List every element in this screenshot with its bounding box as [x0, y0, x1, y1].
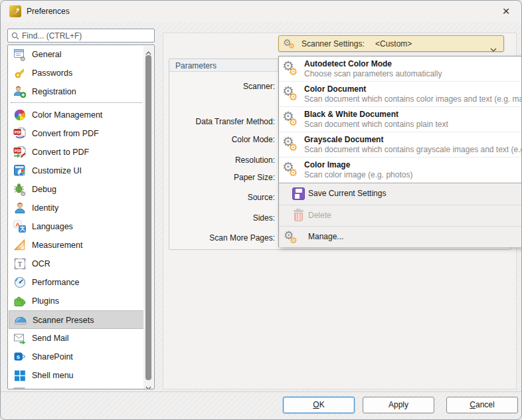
menu-item-color-image[interactable]: ⚙⚙ Color Image Scan color image (e.g. ph… — [279, 158, 522, 183]
color-wheel-icon — [13, 108, 27, 122]
translate-icon: A — [13, 220, 27, 233]
gears-icon: ⚙⚙ — [282, 110, 302, 130]
sidebar-item-send-mail[interactable]: Send Mail — [9, 329, 145, 348]
gears-icon: ⚙⚙ — [282, 84, 302, 104]
mail-icon — [13, 332, 27, 345]
general-icon: ⚙ — [13, 48, 27, 61]
person-icon — [13, 201, 27, 215]
menu-item-save-current-settings[interactable]: Save Current Settings — [279, 183, 522, 205]
ocr-icon: T — [13, 257, 27, 270]
sidebar-item-performance[interactable]: Performance — [9, 273, 145, 292]
sidebar-item-customize-ui[interactable]: Customize UI — [9, 161, 145, 180]
ok-button[interactable]: OK — [283, 397, 355, 413]
scanner-field-label: Scanner: — [142, 82, 275, 91]
gears-icon: ⚙⚙ — [284, 230, 301, 246]
search-input[interactable] — [22, 30, 152, 41]
partial-next-item-icon — [13, 387, 25, 389]
sidebar-item-identity[interactable]: Identity — [9, 199, 145, 217]
chevron-down-icon — [490, 43, 497, 54]
menu-item-delete: Delete — [279, 205, 522, 226]
data-transfer-method-label: Data Transfer Method: — [142, 117, 275, 126]
sidebar-item-scanner-presets[interactable]: Scanner Presets — [9, 310, 145, 329]
scroll-down-icon[interactable] — [143, 381, 153, 389]
gears-icon: ⚙⚙ — [282, 59, 302, 79]
ruler-triangle-icon — [13, 239, 27, 252]
menu-item-black-white-document[interactable]: ⚙⚙ Black & White Document Scan document … — [279, 107, 522, 132]
close-icon[interactable]: × — [496, 2, 516, 21]
convert-to-pdf-icon: PDF — [13, 146, 27, 159]
sidebar-item-ocr[interactable]: T OCR — [9, 255, 145, 273]
registration-icon — [13, 85, 27, 98]
sidebar-list: ⚙ General Passwords Registration — [7, 45, 155, 389]
window-title: Preferences — [27, 7, 70, 16]
dropdown-value: <Custom> — [375, 39, 412, 49]
source-label: Source: — [142, 193, 275, 202]
paper-size-label: Paper Size: — [142, 173, 275, 182]
menu-item-color-document[interactable]: ⚙⚙ Color Document Scan document which co… — [279, 82, 522, 107]
sidebar-item-shell-menu[interactable]: Shell menu — [9, 366, 145, 385]
customize-ui-icon — [13, 164, 27, 177]
sides-label: Sides: — [142, 213, 275, 223]
footer-separator — [1, 391, 522, 392]
menu-item-autodetect-color-mode[interactable]: ⚙⚙ Autodetect Color Mode Choose scan par… — [279, 56, 522, 82]
svg-text:PDF: PDF — [15, 130, 22, 134]
windows-logo-icon — [13, 369, 27, 382]
svg-text:T: T — [18, 261, 23, 268]
dropdown-label: Scanner Settings: — [302, 39, 365, 49]
svg-text:s: s — [17, 353, 20, 360]
menu-actions-section: Save Current Settings Delete ⚙⚙ Manage..… — [279, 183, 522, 247]
scanner-presets-menu: ⚙⚙ Autodetect Color Mode Choose scan par… — [278, 56, 522, 247]
menu-item-grayscale-document[interactable]: ⚙⚙ Grayscale Document Scan document whic… — [279, 132, 522, 158]
bug-icon: ⚙ — [13, 183, 27, 196]
apply-button[interactable]: Apply — [363, 397, 434, 413]
scanner-icon — [14, 314, 27, 327]
save-icon — [292, 187, 305, 200]
key-icon — [13, 66, 27, 80]
sidebar-item-plugins[interactable]: Plugins — [9, 292, 145, 310]
sidebar-item-languages[interactable]: A Languages — [9, 217, 145, 236]
gears-icon: ⚙⚙ — [283, 39, 299, 51]
svg-text:⚙: ⚙ — [20, 55, 26, 62]
titlebar: Preferences × — [1, 1, 521, 22]
scanner-settings-dropdown[interactable]: ⚙⚙ Scanner Settings: <Custom> — [278, 35, 504, 52]
svg-text:PDF: PDF — [15, 149, 22, 153]
sidebar-item-registration[interactable]: Registration — [9, 82, 145, 101]
menu-item-manage[interactable]: ⚙⚙ Manage... — [279, 226, 522, 247]
convert-from-pdf-icon: PDF — [13, 127, 27, 140]
puzzle-icon — [13, 294, 27, 308]
sidebar-item-passwords[interactable]: Passwords — [9, 64, 145, 82]
sidebar-item-convert-from-pdf[interactable]: PDF Convert from PDF — [9, 124, 145, 143]
parameters-group-title: Parameters — [175, 61, 217, 70]
preferences-dialog: Preferences × ⚙ General — [0, 0, 522, 420]
scan-more-pages-label: Scan More Pages: — [142, 233, 275, 243]
sidebar-separator — [11, 102, 142, 103]
sidebar-item-measurement[interactable]: Measurement — [9, 236, 145, 255]
scroll-up-icon[interactable] — [143, 46, 153, 54]
svg-text:⚙: ⚙ — [21, 190, 27, 197]
sidebar-item-convert-to-pdf[interactable]: PDF Convert to PDF — [9, 143, 145, 161]
cancel-button[interactable]: Cancel — [446, 397, 518, 413]
sidebar-item-debug[interactable]: ⚙ Debug — [9, 180, 145, 199]
sidebar-item-general[interactable]: ⚙ General — [9, 45, 145, 64]
trash-icon — [294, 209, 304, 222]
gears-icon: ⚙⚙ — [282, 160, 302, 180]
sidebar-search — [7, 29, 155, 43]
app-logo-icon — [9, 5, 21, 17]
gauge-icon — [13, 276, 27, 289]
sidebar-item-color-management[interactable]: Color Management — [9, 106, 145, 124]
sidebar-item-sharepoint[interactable]: s SharePoint — [9, 348, 145, 366]
sharepoint-icon: s — [13, 350, 27, 364]
gears-icon: ⚙⚙ — [282, 135, 302, 155]
search-icon — [11, 32, 19, 40]
resolution-label: Resolution: — [142, 156, 275, 165]
color-mode-label: Color Mode: — [142, 135, 275, 144]
